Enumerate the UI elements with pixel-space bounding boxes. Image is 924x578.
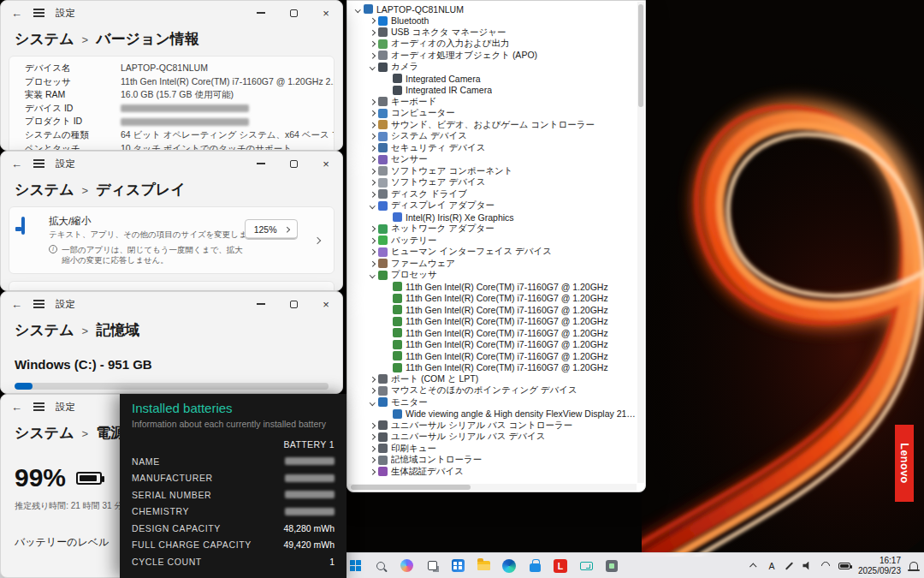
expander-chevron-icon[interactable] [367, 447, 378, 451]
device-manager-button[interactable] [601, 555, 623, 577]
search-button[interactable] [370, 555, 392, 577]
minimize-button[interactable] [245, 1, 277, 25]
device-tree-item[interactable]: 11th Gen Intel(R) Core(TM) i7-1160G7 @ 1… [349, 293, 637, 305]
expander-chevron-icon[interactable] [367, 19, 378, 23]
edge-button[interactable] [498, 555, 520, 577]
pen-tray-button[interactable] [785, 555, 795, 577]
scale-setting-card[interactable]: 拡大/縮小 テキスト、アプリ、その他の項目のサイズを変更します i 一部のアプリ… [9, 206, 335, 274]
expander-chevron-icon[interactable] [367, 54, 378, 58]
expander-chevron-icon[interactable] [367, 146, 378, 151]
expander-chevron-icon[interactable] [367, 239, 378, 243]
expander-chevron-icon[interactable] [367, 262, 378, 266]
expander-chevron-icon[interactable] [382, 331, 393, 336]
store-button[interactable] [524, 555, 546, 577]
expander-chevron-icon[interactable] [367, 31, 378, 35]
expander-chevron-icon[interactable] [382, 343, 393, 347]
device-tree-item[interactable]: 11th Gen Intel(R) Core(TM) i7-1160G7 @ 1… [349, 281, 637, 293]
breadcrumb-root[interactable]: システム [15, 320, 74, 340]
hamburger-menu-icon[interactable] [33, 12, 44, 13]
device-tree-item[interactable]: Integrated Camera [349, 73, 637, 85]
expander-chevron-icon[interactable] [367, 111, 378, 116]
back-icon[interactable]: ← [11, 401, 22, 414]
breadcrumb-root[interactable]: システム [15, 180, 74, 200]
device-tree-item[interactable]: ヒューマン インターフェイス デバイス [349, 247, 637, 259]
device-tree-item[interactable]: ユニバーサル シリアル バス コントローラー [349, 420, 637, 432]
device-tree-item[interactable]: ディスプレイ アダプター [349, 200, 637, 212]
maximize-button[interactable] [277, 292, 310, 316]
expander-chevron-icon[interactable] [367, 193, 378, 197]
scrollbar-thumb[interactable] [638, 4, 643, 107]
device-tree-item[interactable]: LAPTOP-QC81NLUM [349, 3, 637, 15]
scale-dropdown[interactable]: 125% [245, 219, 298, 240]
device-tree-item[interactable]: ソフトウェア コンポーネント [349, 165, 637, 177]
expander-chevron-icon[interactable] [367, 401, 378, 405]
device-tree-item[interactable]: ファームウェア [349, 258, 637, 270]
expander-chevron-icon[interactable] [367, 100, 378, 104]
back-icon[interactable]: ← [11, 7, 22, 20]
expander-chevron-icon[interactable] [382, 319, 393, 324]
ime-indicator[interactable]: A [767, 555, 777, 577]
expander-chevron-icon[interactable] [382, 355, 393, 359]
expander-chevron-icon[interactable] [382, 77, 393, 81]
expander-chevron-icon[interactable] [367, 170, 378, 174]
expander-chevron-icon[interactable] [367, 424, 378, 428]
expander-chevron-icon[interactable] [367, 227, 378, 231]
vertical-scrollbar[interactable] [637, 2, 644, 483]
device-tree-item[interactable]: サウンド、ビデオ、およびゲーム コントローラー [349, 119, 637, 131]
expander-chevron-icon[interactable] [382, 285, 393, 289]
expander-chevron-icon[interactable] [352, 8, 364, 12]
device-tree-item[interactable]: プロセッサ [349, 270, 637, 282]
app-l-button[interactable]: L [549, 555, 572, 577]
device-tree-item[interactable]: 生体認証デバイス [349, 466, 637, 478]
breadcrumb-root[interactable]: システム [15, 29, 74, 49]
device-tree-item[interactable]: ソフトウェア デバイス [349, 177, 637, 189]
expander-chevron-icon[interactable] [382, 366, 393, 370]
device-tree-item[interactable]: コンピューター [349, 108, 637, 120]
start-button[interactable] [344, 555, 366, 577]
device-tree-item[interactable]: マウスとそのほかのポインティング デバイス [349, 385, 637, 397]
expander-chevron-icon[interactable] [367, 378, 378, 382]
hamburger-menu-icon[interactable] [33, 163, 44, 164]
task-view-button[interactable] [421, 555, 443, 577]
minimize-button[interactable] [245, 292, 277, 316]
maximize-button[interactable] [277, 152, 310, 176]
device-tree-item[interactable]: 11th Gen Intel(R) Core(TM) i7-1160G7 @ 1… [349, 362, 637, 374]
tray-overflow-button[interactable] [749, 555, 759, 577]
close-button[interactable]: × [310, 152, 342, 176]
device-tree-item[interactable]: Wide viewing angle & High density FlexVi… [349, 408, 637, 420]
expander-chevron-icon[interactable] [367, 181, 378, 185]
expander-chevron-icon[interactable] [382, 296, 393, 301]
hamburger-menu-icon[interactable] [33, 406, 44, 407]
expander-chevron-icon[interactable] [382, 412, 393, 416]
notification-button[interactable] [909, 555, 919, 577]
device-tree-item[interactable]: Integrated IR Camera [349, 85, 637, 97]
device-tree-item[interactable]: オーディオ処理オブジェクト (APO) [349, 50, 637, 62]
back-icon[interactable]: ← [11, 158, 22, 170]
expander-chevron-icon[interactable] [367, 458, 378, 462]
device-tree-item[interactable]: カメラ [349, 62, 637, 74]
chevron-right-icon[interactable] [314, 236, 321, 243]
device-tree-item[interactable]: USB コネクタ マネージャー [349, 27, 637, 39]
breadcrumb-root[interactable]: システム [15, 423, 74, 443]
device-tree-item[interactable]: 記憶域コントローラー [349, 455, 637, 467]
device-tree-item[interactable]: 11th Gen Intel(R) Core(TM) i7-1160G7 @ 1… [349, 339, 637, 351]
maximize-button[interactable] [277, 1, 310, 25]
cast-button[interactable] [575, 555, 597, 577]
widgets-button[interactable] [447, 555, 469, 577]
device-tree-item[interactable]: セキュリティ デバイス [349, 142, 637, 154]
device-tree-item[interactable]: ポート (COM と LPT) [349, 373, 637, 385]
file-explorer-button[interactable] [472, 555, 495, 577]
device-tree-item[interactable]: 11th Gen Intel(R) Core(TM) i7-1160G7 @ 1… [349, 327, 637, 339]
volume-tray-button[interactable] [803, 555, 813, 577]
close-button[interactable]: × [310, 1, 342, 25]
device-tree-item[interactable]: Intel(R) Iris(R) Xe Graphics [349, 212, 637, 223]
battery-tray-button[interactable] [838, 555, 850, 577]
clock[interactable]: 16:17 2025/09/23 [858, 555, 901, 577]
horizontal-scrollbar[interactable] [348, 484, 637, 491]
resolution-setting-card[interactable]: ディスプレイの解像度 接続されているディスプレイに合うように解像度を調整する 2… [9, 281, 335, 291]
device-tree-item[interactable]: キーボード [349, 96, 637, 108]
device-tree-item[interactable]: 11th Gen Intel(R) Core(TM) i7-1160G7 @ 1… [349, 350, 637, 362]
minimize-button[interactable] [245, 152, 277, 176]
expander-chevron-icon[interactable] [367, 273, 378, 277]
device-tree-item[interactable]: ユニバーサル シリアル バス デバイス [349, 432, 637, 444]
